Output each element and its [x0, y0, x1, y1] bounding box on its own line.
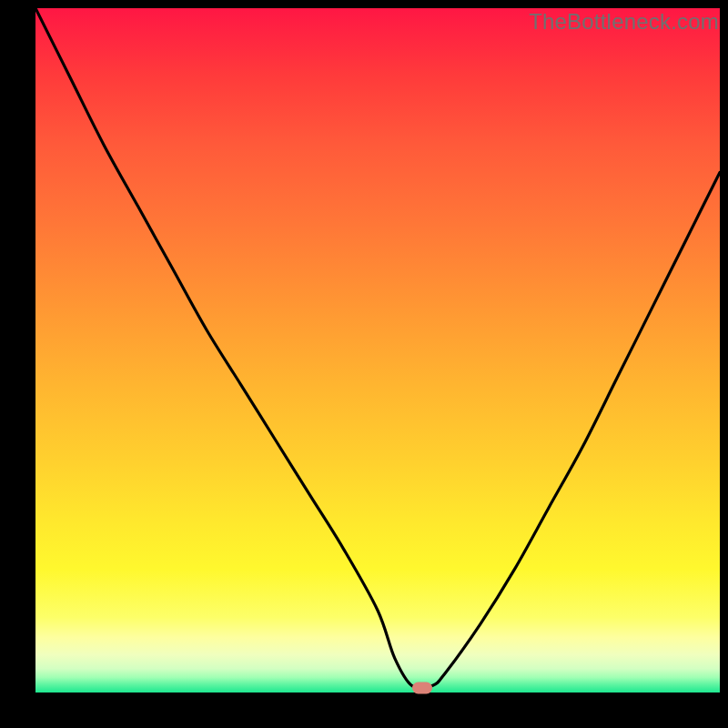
optimal-point-marker	[412, 682, 432, 693]
chart-container: TheBottleneck.com	[0, 0, 728, 728]
plot-area	[35, 8, 720, 693]
bottleneck-curve	[35, 8, 720, 693]
